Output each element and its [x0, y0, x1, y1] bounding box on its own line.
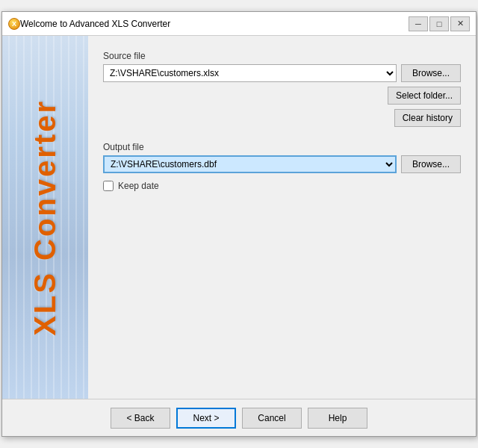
window-controls: ─ □ ✕: [409, 16, 470, 31]
main-window: X Welcome to Advanced XLS Converter ─ □ …: [1, 11, 477, 437]
clear-history-row: Clear history: [103, 109, 461, 127]
back-button[interactable]: < Back: [111, 408, 170, 429]
content-area: XLS Converter Source file Z:\VSHARE\cust…: [2, 36, 476, 399]
source-actions-row: Select folder...: [103, 87, 461, 105]
maximize-button[interactable]: □: [429, 16, 449, 31]
sidebar-label-wrap: XLS Converter: [2, 36, 88, 399]
sidebar-label: XLS Converter: [28, 99, 62, 336]
output-file-row: Z:\VSHARE\customers.dbf Browse...: [103, 155, 461, 173]
cancel-button[interactable]: Cancel: [242, 408, 302, 429]
help-button[interactable]: Help: [308, 408, 367, 429]
source-file-row: Z:\VSHARE\customers.xlsx Browse...: [103, 64, 461, 82]
keep-date-checkbox-label[interactable]: Keep date: [118, 181, 159, 191]
sidebar: XLS Converter: [2, 36, 88, 399]
next-button[interactable]: Next >: [176, 408, 236, 429]
source-file-combo[interactable]: Z:\VSHARE\customers.xlsx: [103, 64, 397, 82]
clear-history-button[interactable]: Clear history: [394, 109, 461, 127]
window-title: Welcome to Advanced XLS Converter: [20, 19, 409, 29]
keep-date-checkbox[interactable]: [103, 181, 114, 191]
output-file-combo[interactable]: Z:\VSHARE\customers.dbf: [103, 155, 397, 173]
footer: < Back Next > Cancel Help: [2, 399, 476, 436]
main-panel: Source file Z:\VSHARE\customers.xlsx Bro…: [88, 36, 476, 399]
output-browse-button[interactable]: Browse...: [401, 155, 461, 173]
select-folder-button[interactable]: Select folder...: [388, 87, 461, 105]
source-browse-button[interactable]: Browse...: [401, 64, 461, 82]
output-file-label: Output file: [103, 142, 461, 152]
app-icon: X: [8, 18, 20, 30]
minimize-button[interactable]: ─: [409, 16, 428, 31]
title-bar: X Welcome to Advanced XLS Converter ─ □ …: [2, 12, 476, 36]
keep-date-row: Keep date: [103, 181, 461, 191]
source-file-label: Source file: [103, 51, 461, 61]
close-button[interactable]: ✕: [450, 16, 470, 31]
